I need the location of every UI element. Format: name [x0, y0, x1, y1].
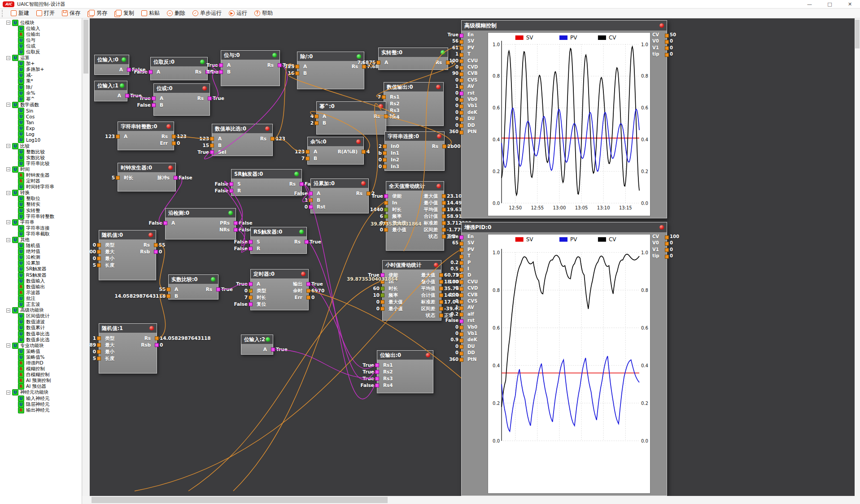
tree-item-除/[interactable]: U除/: [0, 84, 82, 90]
node-实数比较:0[interactable]: 实数比较:0A55RsTrueB14.0582987643118: [168, 274, 218, 300]
port-pA_L4[interactable]: [459, 59, 463, 63]
port-n25L0[interactable]: [375, 363, 379, 367]
port-pB_L13[interactable]: [459, 319, 463, 323]
tree-item-实数比较[interactable]: U实数比较: [0, 155, 82, 161]
port-n10L1[interactable]: [314, 121, 319, 125]
node-RS触发器:0[interactable]: RS触发器:0SFalseRsTrueRFalse: [250, 227, 307, 254]
port-pB_L1[interactable]: [459, 242, 463, 246]
node-位或:0[interactable]: 位或:0ATrueRsTrueBFalse: [153, 83, 210, 116]
tree-item-数值输出[interactable]: R数值输出: [0, 284, 82, 290]
tree-item-AI 预估器[interactable]: RAI 预估器: [0, 384, 82, 390]
node-title[interactable]: 除/:0: [297, 52, 364, 61]
port-n22R3[interactable]: [439, 293, 443, 297]
tree-item-运算[interactable]: −U运算: [0, 55, 82, 61]
toolbar-help-button[interactable]: ?帮助: [251, 9, 276, 18]
port-n22R4[interactable]: [439, 300, 443, 304]
port-n21R1[interactable]: [306, 289, 310, 293]
tree-item-Exp[interactable]: UExp: [0, 126, 82, 131]
port-n22L4[interactable]: [380, 300, 384, 304]
port-n23L0[interactable]: [97, 336, 101, 340]
port-n17L3[interactable]: [384, 214, 388, 218]
port-n23L3[interactable]: [97, 356, 101, 361]
tree-item-位输入[interactable]: U位输入: [0, 26, 82, 31]
toolbar-copy-button[interactable]: 复制: [111, 9, 138, 18]
tree-item-输入神经元[interactable]: U输入神经元: [0, 395, 82, 401]
node-小时值滑动统计[interactable]: 小时值滑动统计使能True最大值60.79713In最小值18.80578时长6…: [382, 260, 441, 321]
node-title[interactable]: 位输入:0: [95, 55, 129, 64]
port-n13R0[interactable]: [174, 176, 178, 180]
tree-item-Cos[interactable]: UCos: [0, 114, 82, 120]
toolbar-open-button[interactable]: 打开: [33, 9, 58, 18]
tree-item-RS触发器[interactable]: URS触发器: [0, 272, 82, 278]
port-n12L2[interactable]: [383, 158, 387, 162]
port-n22R6[interactable]: [439, 313, 443, 317]
port-n9R0[interactable]: [271, 137, 275, 141]
port-n21L3[interactable]: [249, 302, 253, 306]
canvas-vertical-scrollbar[interactable]: [855, 18, 860, 504]
node-title[interactable]: 位输入:1: [95, 81, 127, 90]
collapse-icon[interactable]: −: [6, 167, 10, 171]
port-n17L0[interactable]: [384, 194, 388, 198]
tree-item-整取位[interactable]: U整取位: [0, 196, 82, 202]
tree-scrollbar-thumb[interactable]: [83, 20, 88, 74]
port-n12L0[interactable]: [383, 144, 387, 148]
toolbar-saveas-button[interactable]: 另存: [84, 9, 111, 18]
port-n18L3[interactable]: [97, 263, 101, 267]
port-n4L0[interactable]: [152, 96, 156, 100]
node-随机值:1[interactable]: 随机值:1类型1Rs14.0582987643118最大89Rsb0最小0长度5: [99, 323, 157, 374]
tree-item-加+[interactable]: U加+: [0, 61, 82, 67]
port-pB_L14[interactable]: [459, 326, 463, 330]
node-数值单比选:0[interactable]: 数值单比选:0A123Rs123B15SelTrue: [212, 124, 273, 156]
port-n15L2[interactable]: [309, 205, 313, 209]
port-n18R1[interactable]: [154, 250, 158, 254]
tree-item-乘*[interactable]: U乘*: [0, 78, 82, 84]
port-pA_R3[interactable]: [665, 53, 669, 57]
port-pB_L6[interactable]: [459, 274, 463, 278]
tree-item-Log10[interactable]: ULog10: [0, 137, 82, 143]
port-n16R1[interactable]: [234, 228, 238, 232]
port-pA_L11[interactable]: [459, 104, 463, 109]
node-位与:0[interactable]: 位与:0ATrueRsTrueBTrue: [221, 50, 280, 86]
toolbar-run-button[interactable]: ▶运行: [225, 9, 251, 18]
port-n18L1[interactable]: [97, 250, 101, 254]
collapse-icon[interactable]: −: [6, 391, 10, 395]
tree-item-数学函数[interactable]: −U数学函数: [0, 102, 82, 108]
tree-item-字符串[interactable]: −U字符串: [0, 219, 82, 225]
port-n17L2[interactable]: [384, 208, 388, 212]
port-pA_L7[interactable]: [459, 78, 463, 83]
port-n9L1[interactable]: [210, 143, 214, 148]
port-n8R0[interactable]: [172, 135, 176, 139]
node-title[interactable]: 位输出:0: [377, 351, 433, 360]
port-n18R0[interactable]: [154, 243, 158, 247]
port-n15L0[interactable]: [309, 191, 313, 196]
node-位输入:1[interactable]: 位输入:1ATrue: [94, 81, 127, 101]
vscroll-thumb[interactable]: [855, 20, 860, 48]
tree-item-数值输入[interactable]: U数值输入: [0, 278, 82, 284]
port-n8L0[interactable]: [116, 135, 120, 139]
node-全天值滑动统计[interactable]: 全天值滑动统计使能True最大值23.1025In最小值14.49011时长14…: [386, 181, 444, 251]
collapse-icon[interactable]: −: [6, 144, 10, 148]
port-n17R3[interactable]: [442, 214, 446, 218]
tree-item-SR触发器[interactable]: USR触发器: [0, 266, 82, 272]
port-n17L1[interactable]: [384, 201, 388, 205]
tree-item-整数比较[interactable]: U整数比较: [0, 149, 82, 155]
port-pA_R1[interactable]: [665, 40, 669, 44]
port-pA_L3[interactable]: [459, 53, 463, 57]
node-title[interactable]: 全天值滑动统计: [386, 182, 444, 191]
port-n8R1[interactable]: [172, 141, 176, 145]
tree-item-实转整[interactable]: U实转整: [0, 208, 82, 213]
port-n12L1[interactable]: [383, 151, 387, 155]
port-n21L2[interactable]: [249, 295, 253, 300]
port-pB_R1[interactable]: [665, 242, 669, 246]
port-n17L5[interactable]: [384, 228, 388, 232]
port-n0R0[interactable]: [127, 68, 131, 72]
port-n25L1[interactable]: [375, 370, 379, 374]
port-n14L1[interactable]: [229, 189, 233, 193]
panel-高级模糊控制[interactable]: 高级模糊控制EnTrueSV56PV61T1CVU100CVD0CVB90CVS…: [461, 20, 667, 218]
port-n5R0[interactable]: [362, 65, 366, 69]
tree-item-AI 预测控制[interactable]: RAI 预测控制: [0, 378, 82, 384]
port-n1L0[interactable]: [148, 70, 153, 74]
tree-item-批注[interactable]: U批注: [0, 295, 82, 301]
node-沿检测:0[interactable]: 沿检测:0AFalsePRsFalseNRsFalse: [165, 208, 236, 239]
port-pB_L11[interactable]: [459, 306, 463, 310]
